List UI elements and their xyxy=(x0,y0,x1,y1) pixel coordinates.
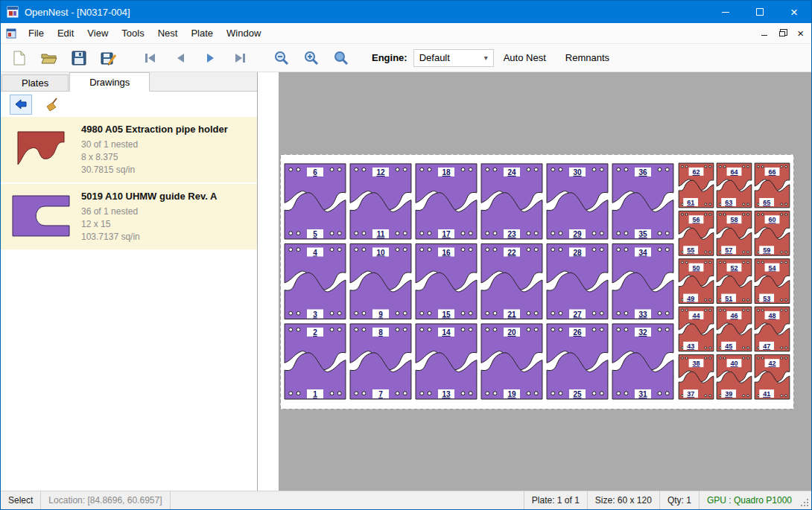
drawing-nested: 30 of 1 nested xyxy=(81,138,228,151)
open-folder-icon xyxy=(41,51,57,65)
menu-file[interactable]: File xyxy=(22,23,51,43)
drawing-name: 4980 A05 Extraction pipe holder xyxy=(81,124,228,135)
part-thumbnail xyxy=(7,188,75,243)
drawing-info: 5019 A10 UHMW guide Rev. A 36 of 1 neste… xyxy=(75,188,217,243)
engine-select[interactable]: Default ▾ xyxy=(413,49,494,67)
last-plate-button[interactable] xyxy=(227,46,253,70)
chevron-down-icon: ▾ xyxy=(484,54,488,62)
opennest-logo-icon xyxy=(7,6,19,18)
zoom-in-button[interactable] xyxy=(299,46,324,70)
svg-text:19: 19 xyxy=(507,390,516,398)
last-arrow-icon xyxy=(233,52,247,64)
drawing-info: 4980 A05 Extraction pipe holder 30 of 1 … xyxy=(75,121,228,176)
zoom-fit-button[interactable] xyxy=(329,46,354,70)
status-spacer xyxy=(171,491,524,509)
svg-text:2: 2 xyxy=(313,328,317,337)
svg-text:16: 16 xyxy=(442,249,451,257)
next-plate-button[interactable] xyxy=(197,46,223,70)
svg-text:58: 58 xyxy=(730,216,738,223)
zoom-fit-icon xyxy=(333,50,349,66)
maximize-button[interactable] xyxy=(743,1,777,23)
drawing-item-5019[interactable]: 5019 A10 UHMW guide Rev. A 36 of 1 neste… xyxy=(1,184,257,251)
previous-arrow-icon xyxy=(174,52,186,64)
nest-canvas[interactable]: 6512111817242330293635431091615222128273… xyxy=(258,72,811,491)
minimize-icon xyxy=(722,12,729,13)
drawing-item-4980[interactable]: 4980 A05 Extraction pipe holder 30 of 1 … xyxy=(1,117,257,184)
tab-drawings[interactable]: Drawings xyxy=(69,72,150,92)
svg-text:13: 13 xyxy=(442,390,451,398)
remnants-button[interactable]: Remnants xyxy=(556,52,619,63)
svg-text:12: 12 xyxy=(376,168,385,176)
close-button[interactable]: × xyxy=(777,1,811,23)
resize-grip[interactable] xyxy=(799,491,811,509)
drawing-area: 103.7137 sq/in xyxy=(81,231,217,243)
svg-text:45: 45 xyxy=(725,342,732,350)
svg-text:40: 40 xyxy=(730,360,738,367)
first-plate-button[interactable] xyxy=(138,46,163,70)
arrow-left-icon xyxy=(14,98,28,110)
svg-text:5: 5 xyxy=(313,230,317,238)
child-close-button[interactable]: × xyxy=(797,28,804,39)
svg-text:46: 46 xyxy=(730,312,738,319)
new-button[interactable] xyxy=(7,46,32,70)
purple-part-shape xyxy=(11,193,71,239)
toolbar: Engine: Default ▾ Auto Nest Remnants xyxy=(1,44,811,72)
status-location: Location: [84.8696, 60.6957] xyxy=(41,491,170,509)
minimize-button[interactable] xyxy=(708,1,743,23)
open-button[interactable] xyxy=(37,46,62,70)
child-minimize-button[interactable] xyxy=(761,35,767,36)
app-window: OpenNest - [N0317-004] × File Edit View … xyxy=(0,0,812,510)
svg-text:36: 36 xyxy=(638,168,647,176)
menu-nest[interactable]: Nest xyxy=(151,23,185,43)
svg-text:42: 42 xyxy=(768,360,775,367)
menu-view[interactable]: View xyxy=(80,23,115,43)
titlebar: OpenNest - [N0317-004] × xyxy=(1,1,811,23)
svg-text:4: 4 xyxy=(313,249,317,257)
nest-svg[interactable]: 6512111817242330293635431091615222128273… xyxy=(280,154,794,409)
svg-text:61: 61 xyxy=(687,199,694,206)
previous-plate-button[interactable] xyxy=(168,46,193,70)
svg-text:52: 52 xyxy=(730,264,738,272)
menu-tools[interactable]: Tools xyxy=(115,23,150,43)
auto-nest-button[interactable]: Auto Nest xyxy=(494,52,556,63)
plate[interactable]: 6512111817242330293635431091615222128273… xyxy=(280,154,794,409)
svg-text:17: 17 xyxy=(442,230,451,238)
svg-text:23: 23 xyxy=(507,230,516,238)
svg-text:15: 15 xyxy=(442,310,451,319)
part-thumbnail xyxy=(7,121,75,176)
svg-text:25: 25 xyxy=(573,390,582,398)
drawing-size: 12 x 15 xyxy=(81,218,217,231)
first-arrow-icon xyxy=(144,52,157,64)
save-as-icon xyxy=(101,51,117,66)
drawing-list: 4980 A05 Extraction pipe holder 30 of 1 … xyxy=(1,117,257,491)
svg-text:21: 21 xyxy=(507,310,516,319)
child-restore-button[interactable] xyxy=(779,31,785,36)
tab-plates[interactable]: Plates xyxy=(1,74,69,91)
svg-text:11: 11 xyxy=(377,230,385,238)
svg-text:28: 28 xyxy=(573,249,582,257)
save-button[interactable] xyxy=(66,46,92,70)
window-controls: × xyxy=(708,1,811,23)
clear-drawings-button[interactable] xyxy=(41,95,63,115)
svg-text:18: 18 xyxy=(442,168,451,176)
menu-edit[interactable]: Edit xyxy=(51,23,80,43)
menu-plate[interactable]: Plate xyxy=(184,23,220,43)
zoom-out-button[interactable] xyxy=(269,46,294,70)
svg-text:1: 1 xyxy=(313,390,317,398)
maximize-icon xyxy=(756,8,764,16)
menu-window[interactable]: Window xyxy=(220,23,267,43)
main-area: Plates Drawings xyxy=(1,72,811,491)
red-part-shape xyxy=(16,130,66,168)
svg-text:3: 3 xyxy=(313,310,317,319)
statusbar: Select Location: [84.8696, 60.6957] Plat… xyxy=(1,491,811,509)
canvas-margin xyxy=(258,72,279,491)
app-icon[interactable] xyxy=(7,6,19,18)
drawings-toolbar xyxy=(1,92,257,117)
import-drawing-button[interactable] xyxy=(10,95,32,115)
svg-text:41: 41 xyxy=(763,390,770,398)
save-as-button[interactable] xyxy=(96,46,121,70)
status-gpu: GPU : Quadro P1000 xyxy=(699,491,799,509)
document-window-icon[interactable] xyxy=(6,28,16,39)
svg-text:27: 27 xyxy=(573,310,582,319)
status-mode: Select xyxy=(1,491,41,509)
